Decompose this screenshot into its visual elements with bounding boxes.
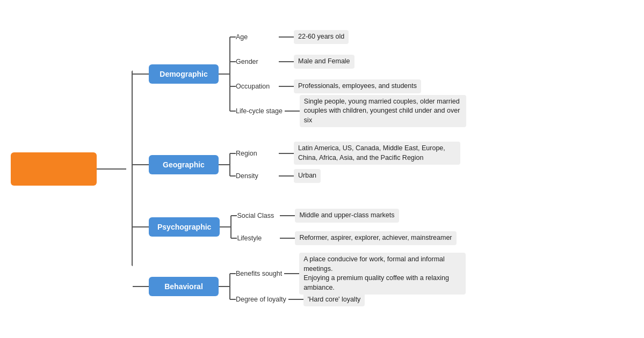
branch-behavioral: BehavioralBenefits soughtA place conduci…: [133, 257, 466, 316]
sub-item-value: Male and Female: [294, 55, 354, 69]
sub-hline: [288, 299, 303, 300]
category-behavioral: Behavioral: [149, 277, 219, 296]
sub-bracket-svg-behavioral: [229, 261, 236, 312]
branch-geographic: GeographicRegionLatin America, US, Canad…: [133, 133, 466, 197]
sub-item-value: Urban: [294, 169, 321, 183]
sub-item-row: LifestyleReformer, aspirer, explorer, ac…: [237, 227, 456, 249]
sub-item-label: Degree of loyalty: [236, 296, 288, 303]
sub-item-label: Occupation: [236, 83, 279, 90]
sub-bracket-svg-geographic: [229, 142, 236, 187]
category-geographic: Geographic: [149, 155, 219, 174]
subs-list-geographic: RegionLatin America, US, Canada, Middle …: [236, 142, 460, 187]
sub-hline: [279, 61, 294, 62]
sub-item-row: Age22-60 years old: [236, 25, 466, 49]
branch-hline-behavioral: [133, 286, 149, 287]
sub-item-row: Life-cycle stageSingle people, young mar…: [236, 99, 466, 123]
bracket-svg: [126, 13, 133, 325]
sub-bracket-svg-psychographic: [230, 204, 237, 249]
sub-item-label: Region: [236, 150, 279, 157]
category-psychographic: Psychographic: [149, 217, 220, 237]
sub-hline: [279, 175, 294, 177]
sub-hline: [285, 111, 300, 112]
sub-item-row: Social ClassMiddle and upper-class marke…: [237, 204, 456, 227]
branch-hline-demographic: [133, 74, 149, 75]
subs-wrapper-geographic: RegionLatin America, US, Canada, Middle …: [229, 142, 460, 187]
sub-item-value: Middle and upper-class markets: [295, 209, 399, 223]
subs-list-psychographic: Social ClassMiddle and upper-class marke…: [237, 204, 456, 249]
sub-item-row: Degree of loyalty'Hard core' loyalty: [236, 286, 466, 312]
root-node: [11, 152, 97, 186]
sub-item-label: Social Class: [237, 212, 280, 219]
cat-to-subs-line-psychographic: [220, 226, 230, 227]
sub-item-value: Single people, young married couples, ol…: [300, 95, 466, 128]
sub-item-label: Age: [236, 33, 279, 41]
branch-hline-geographic: [133, 164, 149, 165]
sub-item-label: Density: [236, 172, 279, 180]
subs-wrapper-psychographic: Social ClassMiddle and upper-class marke…: [230, 204, 456, 249]
sub-item-row: RegionLatin America, US, Canada, Middle …: [236, 142, 460, 165]
category-demographic: Demographic: [149, 64, 219, 84]
sub-hline: [280, 238, 295, 239]
sub-hline: [279, 36, 294, 38]
subs-list-behavioral: Benefits soughtA place conducive for wor…: [236, 261, 466, 312]
cat-to-subs-line-geographic: [219, 164, 229, 165]
sub-item-row: Benefits soughtA place conducive for wor…: [236, 261, 466, 286]
sub-item-value: Reformer, aspirer, explorer, achiever, m…: [295, 231, 456, 245]
sub-item-label: Gender: [236, 58, 279, 65]
cat-to-subs-line-behavioral: [219, 286, 229, 287]
sub-bracket-svg-demographic: [229, 25, 236, 123]
sub-item-label: Lifestyle: [237, 234, 280, 242]
branch-demographic: DemographicAge22-60 years oldGenderMale …: [133, 22, 466, 127]
branch-psychographic: PsychographicSocial ClassMiddle and uppe…: [133, 203, 466, 251]
sub-item-label: Benefits sought: [236, 270, 284, 277]
mind-map-container: DemographicAge22-60 years oldGenderMale …: [11, 5, 633, 333]
subs-list-demographic: Age22-60 years oldGenderMale and FemaleO…: [236, 25, 466, 123]
branch-hline-psychographic: [133, 226, 149, 227]
sub-item-value: 22-60 years old: [294, 30, 349, 44]
sub-item-value: 'Hard core' loyalty: [303, 293, 365, 307]
sub-item-row: DensityUrban: [236, 165, 460, 187]
sub-item-row: GenderMale and Female: [236, 49, 466, 74]
sub-item-value: Professionals, employees, and students: [294, 79, 421, 93]
sub-hline: [280, 215, 295, 216]
subs-wrapper-demographic: Age22-60 years oldGenderMale and FemaleO…: [229, 25, 466, 123]
sub-item-label: Life-cycle stage: [236, 107, 285, 115]
subs-wrapper-behavioral: Benefits soughtA place conducive for wor…: [229, 261, 466, 312]
root-connector: [97, 168, 126, 170]
sub-hline: [279, 153, 294, 154]
sub-hline: [284, 273, 299, 274]
sub-hline: [279, 86, 294, 87]
sub-item-value: Latin America, US, Canada, Middle East, …: [294, 142, 460, 165]
cat-to-subs-line-demographic: [219, 74, 229, 75]
